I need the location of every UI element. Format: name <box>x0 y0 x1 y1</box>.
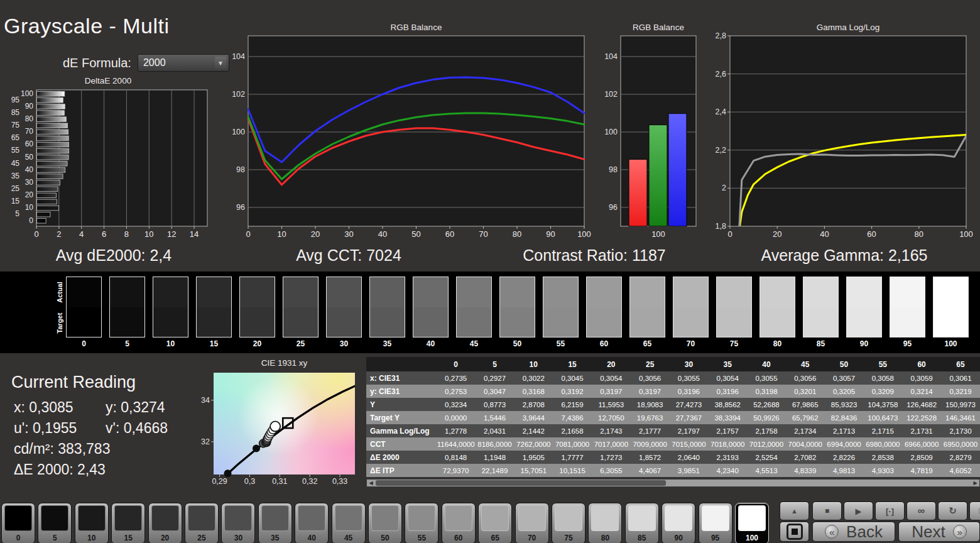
table-cell: 1,2778 <box>437 424 476 437</box>
table-cell: 3,9851 <box>670 464 709 477</box>
table-cell: 2,1715 <box>863 424 902 437</box>
measurement-table: 05101520253035404550556065x: CIE310,2735… <box>366 357 980 478</box>
patch-thumbnail-60[interactable]: 60 <box>442 503 476 543</box>
table-cell: 12,7050 <box>592 411 631 424</box>
patch-thumbnail-label: 90 <box>662 534 695 542</box>
summary-stats-row: Avg dE2000: 2,4 Avg CCT: 7024 Contrast R… <box>0 246 980 268</box>
patch-thumbnail-45[interactable]: 45 <box>332 503 366 543</box>
table-cell: 7012,0000 <box>747 437 786 451</box>
patch-thumbnail-100[interactable]: 100 <box>735 503 769 543</box>
table-hscrollbar[interactable]: ◀ ▶ <box>366 479 980 487</box>
swatch-actual-half <box>153 277 188 307</box>
loop-button[interactable]: ∞ <box>906 502 936 520</box>
svg-text:85: 85 <box>11 108 20 117</box>
table-cell: 18,9083 <box>631 398 670 411</box>
record-indicator-button[interactable] <box>969 502 980 520</box>
patch-thumbnail-20[interactable]: 20 <box>148 503 182 543</box>
swatch-actual-half <box>890 277 925 307</box>
swatch-target-half <box>847 307 881 337</box>
grayscale-swatch-strip: Actual Target 05101520253035404550556065… <box>0 272 980 353</box>
grayscale-swatch-100 <box>933 277 969 337</box>
patch-thumbnail-70[interactable]: 70 <box>515 503 549 543</box>
swatch-target-half <box>630 307 665 337</box>
play-button[interactable]: ▶ <box>844 502 873 520</box>
patch-thumbnail-80[interactable]: 80 <box>588 503 622 543</box>
table-cell: 6994,0000 <box>825 437 864 451</box>
patch-thumbnail-50[interactable]: 50 <box>368 503 402 543</box>
table-cell: 38,3394 <box>708 411 747 424</box>
patch-thumbnail-10[interactable]: 10 <box>75 503 109 543</box>
patch-thumbnail-label: 85 <box>626 534 658 542</box>
patch-color-swatch <box>261 505 289 531</box>
back-button[interactable]: « Back <box>812 522 895 542</box>
svg-text:104: 104 <box>232 52 245 61</box>
patch-thumbnail-15[interactable]: 15 <box>111 503 145 543</box>
svg-text:25: 25 <box>11 184 20 193</box>
table-cell: 82,8436 <box>825 411 864 424</box>
svg-text:60: 60 <box>445 229 454 239</box>
collapse-button[interactable]: ▲ <box>780 502 809 520</box>
patch-thumbnail-5[interactable]: 5 <box>38 503 72 543</box>
patch-sequence-bar: ▲ ■ ▶ [·] ∞ ↻ « Back Next » 051015202530… <box>0 493 980 543</box>
table-cell: 0,3054 <box>708 371 747 385</box>
swatch-actual-half <box>760 277 795 307</box>
actual-row-label: Actual <box>56 282 63 303</box>
patch-window-button[interactable] <box>780 522 809 542</box>
table-column-header: 65 <box>941 357 980 371</box>
table-cell: 0,8148 <box>437 451 476 464</box>
refresh-button[interactable]: ↻ <box>938 502 967 520</box>
table-cell: 0,3197 <box>592 385 631 398</box>
next-button[interactable]: Next » <box>898 522 980 542</box>
patch-thumbnail-30[interactable]: 30 <box>221 503 255 543</box>
target-row-label: Target <box>56 313 63 334</box>
svg-text:100: 100 <box>577 229 591 239</box>
table-cell: 0,3196 <box>670 385 709 398</box>
de-formula-select[interactable]: 2000 ▼ <box>138 54 229 72</box>
patch-thumbnail-55[interactable]: 55 <box>405 503 438 543</box>
table-cell: 0,3214 <box>902 385 941 398</box>
reading-cd: cd/m²: 383,783 <box>14 441 110 458</box>
patch-thumbnail-95[interactable]: 95 <box>699 503 732 543</box>
patch-thumbnail-0[interactable]: 0 <box>1 503 35 543</box>
patch-thumbnail-85[interactable]: 85 <box>625 503 659 543</box>
table-cell: 7018,0000 <box>708 437 747 451</box>
scroll-left-arrow[interactable]: ◀ <box>367 480 375 486</box>
swatch-target-half <box>543 307 578 337</box>
gamma-log-chart: Gamma Log/Log1,822,22,42,62,802040608010… <box>709 21 980 243</box>
table-cell: 0,3057 <box>825 371 864 385</box>
patch-thumbnail-35[interactable]: 35 <box>258 503 292 543</box>
svg-text:2: 2 <box>57 229 61 239</box>
table-column-header: 5 <box>476 357 514 371</box>
svg-text:100: 100 <box>959 229 973 239</box>
patch-thumbnail-65[interactable]: 65 <box>478 503 512 543</box>
svg-text:CIE 1931 xy: CIE 1931 xy <box>261 358 308 368</box>
patch-thumbnail-label: 55 <box>405 534 438 542</box>
svg-text:0: 0 <box>29 216 33 225</box>
patch-thumbnail-label: 10 <box>75 534 108 542</box>
patch-thumbnail-75[interactable]: 75 <box>552 503 585 543</box>
stop-button[interactable]: ■ <box>812 502 842 520</box>
patch-thumbnail-40[interactable]: 40 <box>295 503 329 543</box>
patch-thumbnail-90[interactable]: 90 <box>662 503 695 543</box>
table-cell: 50,9926 <box>747 411 786 424</box>
table-cell: 7004,0000 <box>786 437 825 451</box>
step-button[interactable]: [·] <box>875 502 905 520</box>
table-cell: 0,3058 <box>863 371 902 385</box>
swatch-level-label: 25 <box>282 339 319 348</box>
patch-thumbnail-label: 25 <box>185 534 218 542</box>
svg-text:104: 104 <box>604 52 618 61</box>
scrollbar-thumb[interactable] <box>376 480 666 486</box>
patch-thumbnail-25[interactable]: 25 <box>185 503 219 543</box>
svg-text:60: 60 <box>867 229 876 239</box>
swatch-level-label: 35 <box>369 339 406 348</box>
svg-text:20: 20 <box>311 229 320 239</box>
patch-color-swatch <box>555 505 582 531</box>
table-row: ΔE ITP72,937022,148915,705110,15156,3055… <box>366 464 980 477</box>
svg-text:0,29: 0,29 <box>212 477 227 486</box>
table-cell: 7262,0000 <box>514 437 553 451</box>
scroll-right-arrow[interactable]: ▶ <box>971 480 979 486</box>
table-cell: 0,3056 <box>631 371 670 385</box>
svg-text:1,8: 1,8 <box>716 222 726 231</box>
svg-text:2: 2 <box>722 184 726 192</box>
table-cell: 2,7082 <box>786 451 825 464</box>
